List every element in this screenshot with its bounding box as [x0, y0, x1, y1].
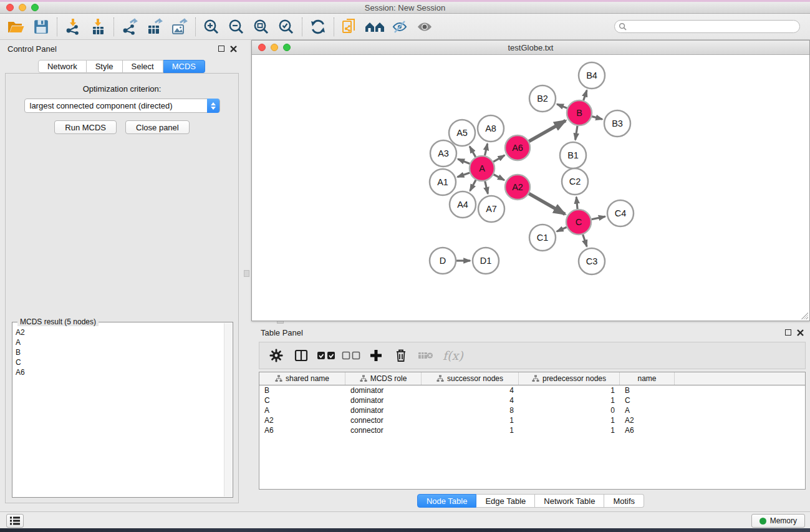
network-window-titlebar[interactable]: testGlobe.txt	[252, 41, 809, 55]
result-item-c[interactable]: C	[13, 357, 224, 367]
graph-node-a4[interactable]: A4	[450, 191, 476, 218]
zoom-in-button[interactable]	[199, 16, 224, 37]
graph-node-c2[interactable]: C2	[562, 168, 588, 195]
refresh-button[interactable]	[306, 16, 330, 37]
tab-edge-table[interactable]: Edge Table	[476, 494, 535, 508]
result-item-b[interactable]: B	[13, 347, 224, 357]
search-input[interactable]	[629, 22, 799, 31]
delete-column-button[interactable]	[390, 345, 412, 366]
graph-edge-a-a4[interactable]	[470, 180, 476, 191]
graph-node-a2[interactable]: A2	[505, 175, 530, 200]
table-cell[interactable]: B	[620, 386, 675, 395]
graph-edge-a-a2[interactable]	[494, 175, 504, 180]
graph-edge-a-a6[interactable]	[493, 155, 504, 162]
graph-edge-a2-c[interactable]	[529, 193, 565, 214]
graph-edge-b-b3[interactable]	[592, 117, 602, 120]
memory-button[interactable]: Memory	[751, 514, 805, 528]
clone-network-button[interactable]	[337, 16, 362, 37]
float-table-panel-icon[interactable]	[785, 329, 791, 336]
table-cell[interactable]: A6	[620, 426, 675, 435]
import-network-button[interactable]	[60, 16, 85, 37]
export-network-button[interactable]	[117, 16, 142, 37]
column-header-successor-nodes[interactable]: successor nodes	[422, 372, 519, 385]
result-item-a[interactable]: A	[13, 337, 224, 347]
network-canvas[interactable]: B4B2BB3A5A8A6A3AB1A1C2A4A7A2CC4C1C3DD1	[252, 55, 809, 321]
export-table-button[interactable]	[142, 16, 167, 37]
graph-node-a7[interactable]: A7	[478, 196, 504, 222]
table-cell[interactable]: 0	[519, 406, 620, 415]
column-header-mcds-role[interactable]: MCDS role	[345, 372, 422, 385]
graph-edge-a6-b[interactable]	[529, 120, 566, 141]
search-box[interactable]	[614, 20, 800, 33]
table-cell[interactable]: 1	[422, 426, 519, 435]
import-table-button[interactable]	[85, 16, 110, 37]
close-panel-button[interactable]: Close panel	[125, 120, 190, 134]
graph-edge-b-b1[interactable]	[576, 126, 577, 140]
open-file-button[interactable]	[4, 16, 29, 37]
table-cell[interactable]: A2	[259, 416, 345, 425]
graph-edge-b-b4[interactable]	[584, 90, 587, 100]
show-all-button[interactable]	[412, 16, 437, 37]
table-cell[interactable]: B	[259, 386, 345, 395]
table-cell[interactable]: A	[259, 406, 345, 415]
graph-node-b[interactable]: B	[567, 100, 592, 125]
table-cell[interactable]: 1	[519, 426, 620, 435]
graph-edge-b-b2[interactable]	[557, 104, 567, 108]
function-builder-button[interactable]: f(x)	[440, 345, 466, 366]
float-panel-icon[interactable]	[218, 46, 224, 52]
table-cell[interactable]: 1	[519, 386, 620, 395]
save-session-button[interactable]	[29, 16, 54, 37]
vertical-splitter-handle[interactable]	[244, 270, 249, 277]
graph-node-c4[interactable]: C4	[607, 200, 634, 226]
graph-node-b2[interactable]: B2	[529, 85, 556, 112]
select-all-button[interactable]	[316, 345, 337, 366]
table-cell[interactable]: A2	[620, 416, 675, 425]
graph-node-a1[interactable]: A1	[430, 169, 456, 195]
graph-edge-a-a3[interactable]	[458, 159, 470, 163]
table-row-a[interactable]: Adominator80A	[259, 405, 805, 415]
settings-gear-button[interactable]	[266, 345, 287, 366]
result-item-a2[interactable]: A2	[13, 327, 224, 337]
table-row-a6[interactable]: A6connector11A6	[259, 425, 805, 435]
table-cell[interactable]: dominator	[345, 406, 422, 415]
graph-node-d[interactable]: D	[430, 248, 456, 274]
column-header-predecessor-nodes[interactable]: predecessor nodes	[519, 372, 620, 385]
node-table[interactable]: shared nameMCDS rolesuccessor nodesprede…	[259, 372, 806, 490]
graph-node-a3[interactable]: A3	[430, 140, 456, 167]
first-neighbors-button[interactable]	[362, 16, 387, 37]
column-header-shared-name[interactable]: shared name	[259, 372, 345, 385]
table-cell[interactable]: C	[259, 396, 345, 405]
graph-node-c3[interactable]: C3	[579, 248, 605, 274]
table-row-b[interactable]: Bdominator41B	[259, 385, 805, 395]
graph-edge-c-c2[interactable]	[576, 197, 577, 209]
table-cell[interactable]: 1	[422, 416, 519, 425]
graph-node-a6[interactable]: A6	[505, 135, 530, 160]
tab-network-table[interactable]: Network Table	[535, 494, 604, 508]
tab-node-table[interactable]: Node Table	[417, 494, 477, 508]
graph-edge-c-c1[interactable]	[557, 227, 567, 231]
graph-node-a[interactable]: A	[470, 156, 494, 181]
graph-node-b3[interactable]: B3	[604, 110, 630, 137]
table-cell[interactable]: dominator	[345, 386, 422, 395]
delete-table-button[interactable]	[415, 345, 436, 366]
table-cell[interactable]: C	[620, 396, 675, 405]
table-cell[interactable]: 1	[519, 416, 620, 425]
criterion-select[interactable]: largest connected component (directed)	[24, 99, 220, 113]
graph-node-c[interactable]: C	[566, 210, 591, 235]
hide-selected-button[interactable]	[387, 16, 412, 37]
graph-node-d1[interactable]: D1	[473, 248, 499, 274]
graph-node-a5[interactable]: A5	[449, 120, 475, 146]
run-mcds-button[interactable]: Run MCDS	[54, 120, 117, 134]
graph-node-a8[interactable]: A8	[478, 115, 504, 142]
graph-edge-a-a1[interactable]	[458, 173, 470, 177]
graph-node-c1[interactable]: C1	[529, 225, 556, 251]
result-scrollbar[interactable]	[224, 323, 232, 496]
tab-mcds[interactable]: MCDS	[163, 60, 205, 73]
table-cell[interactable]: dominator	[345, 396, 422, 405]
tab-network[interactable]: Network	[38, 60, 87, 73]
table-cell[interactable]: A6	[259, 426, 345, 435]
table-cell[interactable]: connector	[345, 416, 422, 425]
zoom-out-button[interactable]	[224, 16, 249, 37]
table-cell[interactable]: 4	[422, 386, 519, 395]
graph-node-b4[interactable]: B4	[579, 62, 605, 89]
